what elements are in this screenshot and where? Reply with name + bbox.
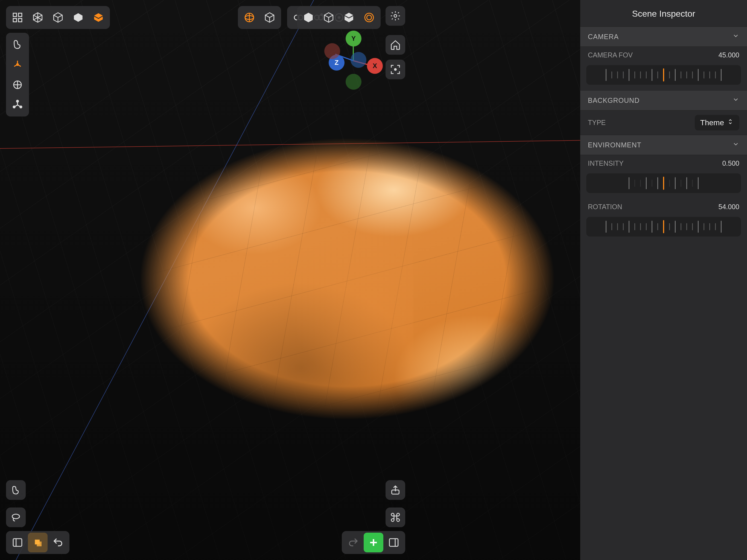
- scale-tool-button[interactable]: [8, 95, 27, 115]
- svg-rect-1: [19, 13, 22, 17]
- orientation-gizmo[interactable]: Y X Z: [326, 33, 381, 87]
- gesture-tool-button[interactable]: [6, 480, 26, 500]
- svg-point-22: [12, 514, 20, 519]
- camera-section-header[interactable]: CAMERA: [580, 27, 747, 47]
- svg-point-8: [13, 106, 15, 108]
- svg-rect-0: [13, 13, 17, 17]
- svg-point-19: [365, 13, 374, 22]
- svg-point-7: [20, 106, 22, 108]
- camera-fov-value: 45.000: [719, 51, 739, 59]
- gizmo-neg-axis[interactable]: [351, 52, 366, 68]
- rotation-value: 54.000: [719, 203, 739, 211]
- home-view-button[interactable]: [386, 35, 405, 55]
- camera-section-label: CAMERA: [588, 33, 619, 41]
- select-tool-button[interactable]: [8, 34, 27, 54]
- rotation-label: ROTATION: [588, 203, 622, 211]
- chevron-down-icon: [732, 141, 739, 149]
- gizmo-neg-y[interactable]: [345, 74, 361, 90]
- shade-solid-button[interactable]: [299, 8, 318, 27]
- type-value: Theme: [700, 119, 724, 127]
- global-orient-button[interactable]: [239, 8, 259, 27]
- camera-fov-label: CAMERA FOV: [588, 51, 633, 59]
- environment-section-label: ENVIRONMENT: [588, 141, 641, 149]
- rotate-tool-button[interactable]: [8, 75, 27, 95]
- viewport-settings-button[interactable]: [386, 6, 405, 26]
- add-object-button[interactable]: [364, 533, 383, 552]
- bottom-right-group: [342, 531, 405, 554]
- svg-point-18: [367, 15, 371, 20]
- frame-selection-button[interactable]: [386, 59, 405, 79]
- svg-point-6: [17, 100, 19, 102]
- intensity-slider[interactable]: [586, 173, 741, 193]
- gizmo-x-label: X: [373, 62, 377, 70]
- chevron-down-icon: [732, 96, 739, 105]
- transform-tool-group: [6, 33, 29, 117]
- local-orient-button[interactable]: [260, 8, 279, 27]
- solid-cube-button[interactable]: [48, 8, 68, 27]
- gizmo-y-axis[interactable]: Y: [345, 31, 361, 47]
- environment-section-header[interactable]: ENVIRONMENT: [580, 135, 747, 155]
- layers-button[interactable]: [28, 533, 48, 552]
- shade-render-button[interactable]: [359, 8, 379, 27]
- shading-mode-group: [6, 6, 110, 29]
- shade-wire-button[interactable]: [319, 8, 338, 27]
- layout-grid-button[interactable]: [8, 8, 27, 27]
- svg-point-21: [394, 69, 396, 71]
- gizmo-neg-x[interactable]: [324, 43, 340, 59]
- redo-button[interactable]: [343, 533, 363, 552]
- undo-button[interactable]: [48, 533, 68, 552]
- move-tool-button[interactable]: [8, 55, 27, 74]
- display-mode-group: [297, 6, 381, 29]
- gizmo-z-label: Z: [335, 59, 339, 67]
- background-type-row: TYPE Theme: [580, 110, 747, 135]
- svg-point-20: [394, 15, 397, 17]
- wireframe-cube-button[interactable]: [28, 8, 48, 27]
- intensity-row: INTENSITY 0.500: [580, 155, 747, 172]
- intensity-value: 0.500: [722, 159, 739, 167]
- svg-rect-25: [389, 539, 398, 546]
- gizmo-y-label: Y: [351, 35, 356, 42]
- flat-shade-button[interactable]: [68, 8, 88, 27]
- camera-fov-slider[interactable]: [586, 65, 741, 85]
- lasso-tool-button[interactable]: [6, 508, 26, 527]
- gizmo-x-axis[interactable]: X: [367, 58, 383, 74]
- chevron-down-icon: [732, 32, 739, 41]
- scene-inspector-panel: Scene Inspector CAMERA CAMERA FOV 45.000…: [580, 0, 747, 560]
- shade-xray-button[interactable]: [339, 8, 359, 27]
- rotation-slider[interactable]: [586, 217, 741, 236]
- svg-rect-2: [13, 19, 17, 22]
- orientation-group: [238, 6, 281, 29]
- material-shade-button[interactable]: [88, 8, 108, 27]
- intensity-label: INTENSITY: [588, 159, 624, 167]
- inspector-title: Scene Inspector: [580, 0, 747, 27]
- type-label: TYPE: [588, 119, 606, 127]
- svg-rect-23: [13, 539, 22, 546]
- background-section-label: BACKGROUND: [588, 97, 640, 104]
- toggle-sidebar-left-button[interactable]: [8, 533, 27, 552]
- viewport-3d[interactable]: Y X Z: [0, 0, 580, 560]
- background-section-header[interactable]: BACKGROUND: [580, 90, 747, 110]
- select-chevron-icon: [727, 118, 734, 127]
- camera-fov-row: CAMERA FOV 45.000: [580, 47, 747, 63]
- command-button[interactable]: [386, 508, 405, 527]
- svg-point-4: [17, 64, 18, 65]
- share-button[interactable]: [386, 480, 405, 500]
- rotation-row: ROTATION 54.000: [580, 199, 747, 215]
- toggle-sidebar-right-button[interactable]: [384, 533, 404, 552]
- background-type-select[interactable]: Theme: [695, 115, 739, 130]
- bottom-left-group: [6, 531, 70, 554]
- mesh-object[interactable]: [115, 101, 579, 457]
- svg-rect-3: [19, 19, 22, 22]
